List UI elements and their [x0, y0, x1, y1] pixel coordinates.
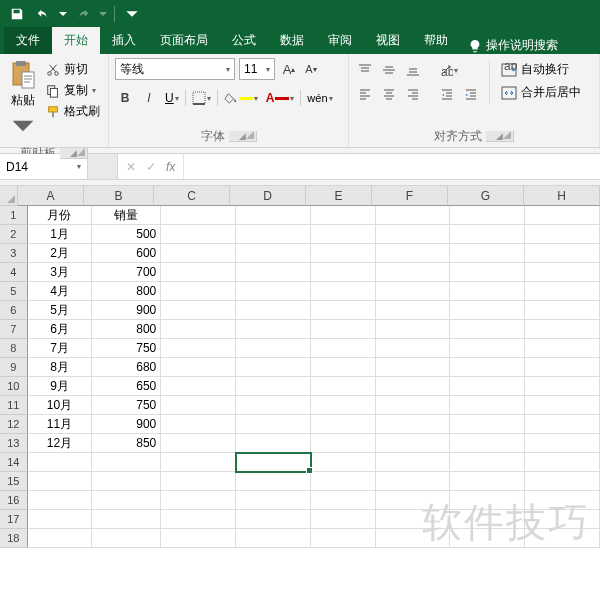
cell-E10[interactable]	[311, 377, 376, 396]
column-header-D[interactable]: D	[230, 186, 306, 206]
cell-H13[interactable]	[525, 434, 600, 453]
select-all-corner[interactable]	[0, 186, 18, 206]
cell-G13[interactable]	[450, 434, 525, 453]
cell-H7[interactable]	[525, 320, 600, 339]
name-box-resize[interactable]	[88, 154, 118, 179]
align-center-button[interactable]	[379, 84, 399, 104]
cell-A12[interactable]: 11月	[28, 415, 93, 434]
column-header-E[interactable]: E	[306, 186, 372, 206]
align-left-button[interactable]	[355, 84, 375, 104]
row-header[interactable]: 8	[0, 339, 28, 358]
cell-D2[interactable]	[236, 225, 311, 244]
cell-C1[interactable]	[161, 206, 236, 225]
cell-A1[interactable]: 月份	[28, 206, 93, 225]
cell-A5[interactable]: 4月	[28, 282, 93, 301]
cell-A7[interactable]: 6月	[28, 320, 93, 339]
cell-G1[interactable]	[450, 206, 525, 225]
cell-D1[interactable]	[236, 206, 311, 225]
cell-H1[interactable]	[525, 206, 600, 225]
cell-D12[interactable]	[236, 415, 311, 434]
cell-H9[interactable]	[525, 358, 600, 377]
cell-C4[interactable]	[161, 263, 236, 282]
row-header[interactable]: 1	[0, 206, 28, 225]
column-header-A[interactable]: A	[18, 186, 84, 206]
row-header[interactable]: 5	[0, 282, 28, 301]
cell-H15[interactable]	[525, 472, 600, 491]
copy-button[interactable]: 复制 ▾	[44, 81, 102, 100]
cell-E13[interactable]	[311, 434, 376, 453]
save-button[interactable]	[6, 3, 28, 25]
cell-E16[interactable]	[311, 491, 376, 510]
cell-H18[interactable]	[525, 529, 600, 548]
cell-F15[interactable]	[376, 472, 451, 491]
cell-E18[interactable]	[311, 529, 376, 548]
bold-button[interactable]: B	[115, 88, 135, 108]
cell-H4[interactable]	[525, 263, 600, 282]
cell-C8[interactable]	[161, 339, 236, 358]
wrap-text-button[interactable]: ab 自动换行	[500, 60, 582, 79]
align-bottom-button[interactable]	[403, 60, 423, 80]
cell-A8[interactable]: 7月	[28, 339, 93, 358]
insert-function-button[interactable]: fx	[166, 160, 175, 174]
row-header[interactable]: 11	[0, 396, 28, 415]
cell-E17[interactable]	[311, 510, 376, 529]
cell-H8[interactable]	[525, 339, 600, 358]
cell-D16[interactable]	[236, 491, 311, 510]
underline-button[interactable]: U▾	[163, 91, 181, 105]
cell-B7[interactable]: 800	[92, 320, 161, 339]
cell-D5[interactable]	[236, 282, 311, 301]
cell-F1[interactable]	[376, 206, 451, 225]
row-header[interactable]: 4	[0, 263, 28, 282]
cell-D7[interactable]	[236, 320, 311, 339]
cell-E5[interactable]	[311, 282, 376, 301]
row-header[interactable]: 18	[0, 529, 28, 548]
border-button[interactable]: ▾	[190, 91, 213, 105]
cell-H14[interactable]	[525, 453, 600, 472]
cell-F9[interactable]	[376, 358, 451, 377]
cell-G6[interactable]	[450, 301, 525, 320]
row-header[interactable]: 17	[0, 510, 28, 529]
row-header[interactable]: 15	[0, 472, 28, 491]
cell-A11[interactable]: 10月	[28, 396, 93, 415]
cell-G5[interactable]	[450, 282, 525, 301]
tab-view[interactable]: 视图	[364, 27, 412, 54]
cell-H11[interactable]	[525, 396, 600, 415]
row-header[interactable]: 16	[0, 491, 28, 510]
cell-G7[interactable]	[450, 320, 525, 339]
cell-A6[interactable]: 5月	[28, 301, 93, 320]
cell-A3[interactable]: 2月	[28, 244, 93, 263]
orientation-button[interactable]: ab▾	[437, 60, 460, 80]
cell-D8[interactable]	[236, 339, 311, 358]
cell-G18[interactable]	[450, 529, 525, 548]
italic-button[interactable]: I	[139, 88, 159, 108]
cell-E2[interactable]	[311, 225, 376, 244]
cell-F16[interactable]	[376, 491, 451, 510]
cell-B9[interactable]: 680	[92, 358, 161, 377]
cell-C5[interactable]	[161, 282, 236, 301]
cell-C17[interactable]	[161, 510, 236, 529]
cell-G3[interactable]	[450, 244, 525, 263]
cell-G16[interactable]	[450, 491, 525, 510]
cell-F8[interactable]	[376, 339, 451, 358]
cell-G9[interactable]	[450, 358, 525, 377]
cell-A10[interactable]: 9月	[28, 377, 93, 396]
phonetic-button[interactable]: wén▾	[305, 92, 334, 104]
cell-B3[interactable]: 600	[92, 244, 161, 263]
tab-home[interactable]: 开始	[52, 27, 100, 54]
font-color-button[interactable]: A▾	[264, 91, 297, 105]
cell-H16[interactable]	[525, 491, 600, 510]
cell-G4[interactable]	[450, 263, 525, 282]
cell-G17[interactable]	[450, 510, 525, 529]
cell-F13[interactable]	[376, 434, 451, 453]
cell-B17[interactable]	[92, 510, 161, 529]
cell-E1[interactable]	[311, 206, 376, 225]
tab-data[interactable]: 数据	[268, 27, 316, 54]
align-middle-button[interactable]	[379, 60, 399, 80]
cell-E11[interactable]	[311, 396, 376, 415]
cell-B6[interactable]: 900	[92, 301, 161, 320]
cell-E9[interactable]	[311, 358, 376, 377]
cell-F2[interactable]	[376, 225, 451, 244]
cell-B1[interactable]: 销量	[92, 206, 161, 225]
cell-B11[interactable]: 750	[92, 396, 161, 415]
cut-button[interactable]: 剪切	[44, 60, 102, 79]
